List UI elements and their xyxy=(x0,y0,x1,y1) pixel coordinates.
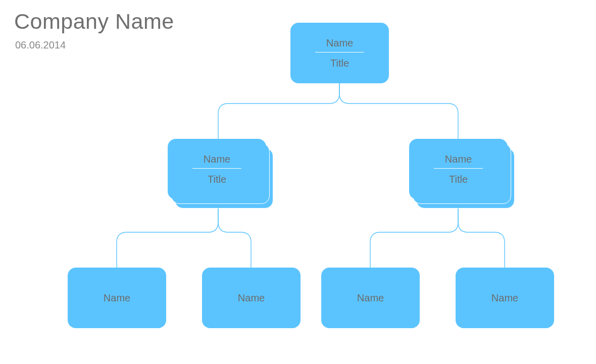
org-node-name: Name xyxy=(357,292,384,304)
org-node-l2-left: Name Title xyxy=(168,139,266,199)
org-node-l2-right: Name Title xyxy=(409,139,508,199)
org-node-l3-2: Name xyxy=(202,268,301,328)
org-node-name: Name xyxy=(434,153,483,169)
org-node-title: Title xyxy=(449,169,468,185)
page-title: Company Name xyxy=(14,9,174,34)
org-node-name: Name xyxy=(491,292,518,304)
org-node-title: Title xyxy=(330,53,349,69)
org-node-l3-3: Name xyxy=(321,268,420,328)
org-node-name: Name xyxy=(238,292,265,304)
org-node-l3-1: Name xyxy=(68,268,166,328)
org-node-l3-4: Name xyxy=(456,268,554,328)
org-node-title: Title xyxy=(208,169,226,185)
org-node-name: Name xyxy=(104,292,130,304)
org-node-name: Name xyxy=(315,37,365,53)
org-node-root: Name Title xyxy=(290,23,389,83)
org-node-name: Name xyxy=(192,153,242,169)
page-date: 06.06.2014 xyxy=(15,39,66,51)
